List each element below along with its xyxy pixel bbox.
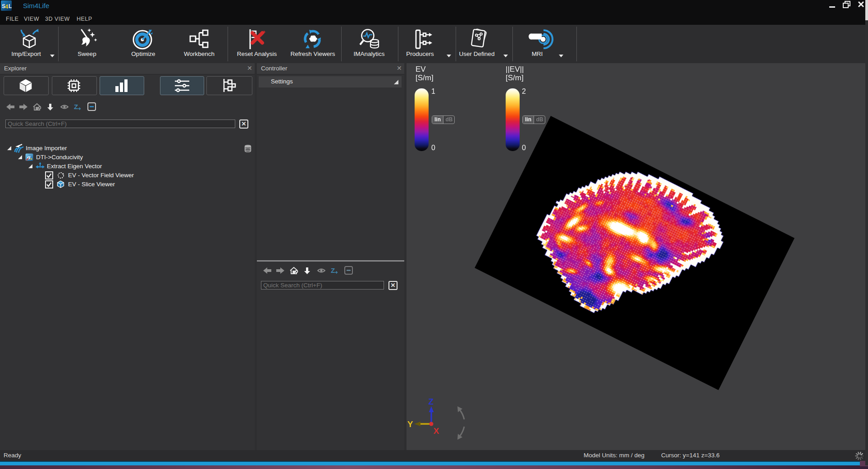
- svg-text:Z: Z: [74, 103, 78, 110]
- svg-text:L: L: [9, 3, 12, 9]
- svg-text:X: X: [434, 426, 439, 436]
- svg-text:Z: Z: [331, 267, 335, 274]
- svg-text:Y: Y: [407, 419, 413, 429]
- svg-text:4: 4: [5, 3, 9, 10]
- svg-text:Z: Z: [428, 397, 434, 406]
